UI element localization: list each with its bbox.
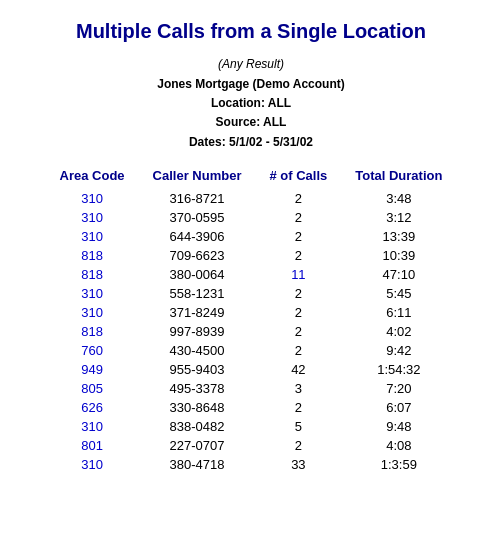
cell-duration: 9:48 [341,417,456,436]
table-row: 818997-893924:02 [46,322,457,341]
cell-caller: 558-1231 [139,284,256,303]
cell-areacode: 818 [46,246,139,265]
cell-areacode: 310 [46,189,139,208]
cell-areacode: 310 [46,208,139,227]
table-row: 818380-00641147:10 [46,265,457,284]
cell-calls: 2 [255,227,341,246]
cell-areacode: 805 [46,379,139,398]
table-row: 310558-123125:45 [46,284,457,303]
cell-caller: 495-3378 [139,379,256,398]
table-row: 310370-059523:12 [46,208,457,227]
cell-duration: 4:02 [341,322,456,341]
cell-duration: 6:11 [341,303,456,322]
cell-duration: 47:10 [341,265,456,284]
table-row: 626330-864826:07 [46,398,457,417]
cell-calls: 2 [255,436,341,455]
cell-areacode: 310 [46,455,139,474]
header-areacode: Area Code [46,166,139,189]
cell-calls: 2 [255,284,341,303]
cell-caller: 380-4718 [139,455,256,474]
cell-calls: 42 [255,360,341,379]
cell-areacode: 818 [46,322,139,341]
cell-calls: 2 [255,208,341,227]
table-row: 310644-3906213:39 [46,227,457,246]
cell-areacode: 310 [46,284,139,303]
info-block: Jones Mortgage (Demo Account) Location: … [10,75,492,152]
cell-caller: 370-0595 [139,208,256,227]
cell-caller: 227-0707 [139,436,256,455]
table-row: 310838-048259:48 [46,417,457,436]
cell-caller: 709-6623 [139,246,256,265]
cell-caller: 371-8249 [139,303,256,322]
table-row: 310316-872123:48 [46,189,457,208]
cell-duration: 1:3:59 [341,455,456,474]
cell-calls: 2 [255,341,341,360]
cell-calls: 11 [255,265,341,284]
cell-duration: 3:12 [341,208,456,227]
cell-duration: 10:39 [341,246,456,265]
table-row: 310380-4718331:3:59 [46,455,457,474]
cell-calls: 2 [255,303,341,322]
cell-calls: 2 [255,322,341,341]
cell-areacode: 626 [46,398,139,417]
cell-areacode: 818 [46,265,139,284]
table-row: 760430-450029:42 [46,341,457,360]
cell-duration: 9:42 [341,341,456,360]
source-info: Source: ALL [10,113,492,132]
cell-duration: 13:39 [341,227,456,246]
cell-calls: 2 [255,398,341,417]
header-calls: # of Calls [255,166,341,189]
location-info: Location: ALL [10,94,492,113]
cell-caller: 955-9403 [139,360,256,379]
table-row: 805495-337837:20 [46,379,457,398]
table-header-row: Area Code Caller Number # of Calls Total… [46,166,457,189]
cell-duration: 7:20 [341,379,456,398]
cell-areacode: 310 [46,227,139,246]
cell-calls: 2 [255,189,341,208]
cell-areacode: 801 [46,436,139,455]
cell-caller: 838-0482 [139,417,256,436]
cell-duration: 3:48 [341,189,456,208]
dates-info: Dates: 5/1/02 - 5/31/02 [10,133,492,152]
account-name: Jones Mortgage (Demo Account) [10,75,492,94]
header-duration: Total Duration [341,166,456,189]
cell-calls: 2 [255,246,341,265]
cell-calls: 5 [255,417,341,436]
header-caller: Caller Number [139,166,256,189]
page-title: Multiple Calls from a Single Location [10,20,492,43]
table-row: 310371-824926:11 [46,303,457,322]
cell-calls: 3 [255,379,341,398]
cell-duration: 4:08 [341,436,456,455]
cell-duration: 5:45 [341,284,456,303]
cell-duration: 1:54:32 [341,360,456,379]
table-row: 818709-6623210:39 [46,246,457,265]
subtitle: (Any Result) [10,57,492,71]
cell-caller: 644-3906 [139,227,256,246]
cell-caller: 316-8721 [139,189,256,208]
cell-areacode: 310 [46,303,139,322]
table-row: 949955-9403421:54:32 [46,360,457,379]
page-container: Multiple Calls from a Single Location (A… [0,0,502,484]
cell-areacode: 949 [46,360,139,379]
cell-duration: 6:07 [341,398,456,417]
table-row: 801227-070724:08 [46,436,457,455]
cell-caller: 330-8648 [139,398,256,417]
cell-caller: 430-4500 [139,341,256,360]
cell-caller: 380-0064 [139,265,256,284]
calls-table: Area Code Caller Number # of Calls Total… [46,166,457,474]
cell-calls: 33 [255,455,341,474]
cell-caller: 997-8939 [139,322,256,341]
cell-areacode: 310 [46,417,139,436]
cell-areacode: 760 [46,341,139,360]
